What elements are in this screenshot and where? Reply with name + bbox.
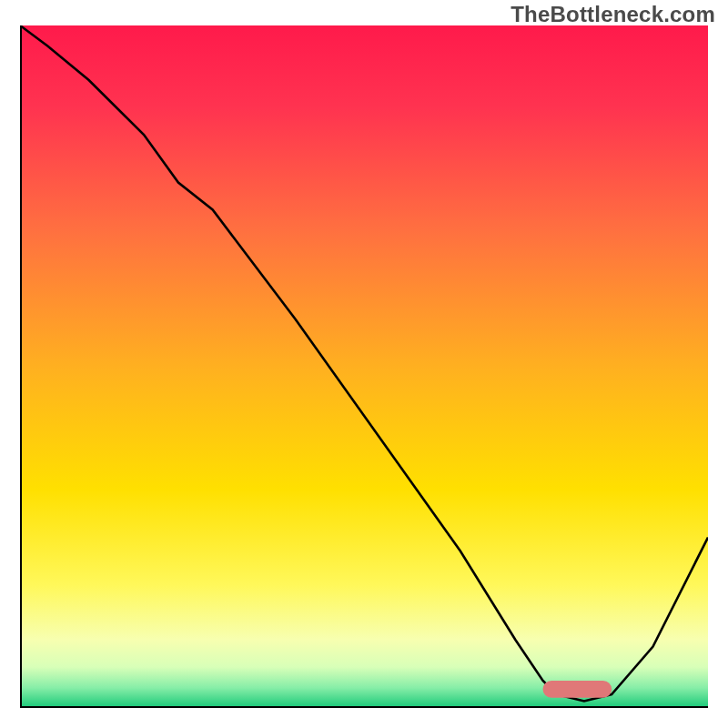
watermark-text: TheBottleneck.com (511, 2, 715, 27)
plot-area (20, 25, 708, 708)
chart-svg (20, 25, 708, 708)
chart-container: TheBottleneck.com (0, 0, 728, 728)
gradient-background (20, 25, 708, 708)
optimal-marker (543, 681, 612, 698)
